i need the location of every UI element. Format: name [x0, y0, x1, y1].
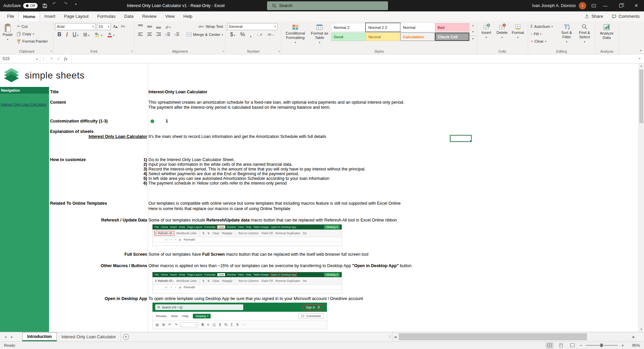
insert-function-icon[interactable]: fx: [64, 56, 67, 61]
tab-scroll-right-icon[interactable]: ▸: [11, 335, 13, 339]
fill-button[interactable]: Fill: [529, 31, 558, 37]
decrease-indent-icon[interactable]: [164, 31, 171, 38]
style-normal[interactable]: Normal: [400, 23, 435, 32]
font-size-select[interactable]: 10: [97, 23, 111, 30]
sheet-link-label[interactable]: Interest Only Loan Calculator: [50, 134, 147, 139]
vertical-scrollbar[interactable]: ▲ ▼: [638, 63, 644, 332]
gallery-down-icon[interactable]: [470, 29, 475, 35]
normal-view-icon[interactable]: [546, 342, 554, 349]
tab-home[interactable]: Home: [18, 11, 40, 21]
sheet-tab-introduction[interactable]: Introduction: [22, 332, 57, 341]
quick-access-chevron-icon[interactable]: [75, 1, 83, 10]
tab-insert[interactable]: Insert: [40, 11, 60, 21]
italic-button[interactable]: [65, 31, 69, 38]
fill-color-button[interactable]: [93, 31, 103, 38]
wrap-text-button[interactable]: Wrap Text: [198, 23, 224, 30]
cancel-icon[interactable]: [50, 57, 53, 61]
align-left-icon[interactable]: [137, 31, 144, 38]
format-painter-button[interactable]: Format Painter: [16, 38, 49, 45]
font-family-select[interactable]: Arial: [55, 23, 95, 30]
increase-indent-icon[interactable]: [173, 31, 180, 38]
dialog-launcher-icon[interactable]: [277, 48, 280, 53]
comments-button[interactable]: Comments: [607, 11, 644, 21]
restore-button[interactable]: [613, 0, 629, 11]
tab-file[interactable]: File: [3, 11, 18, 21]
undo-icon[interactable]: [52, 1, 60, 10]
style-normal-2-2[interactable]: Normal 2 2: [366, 23, 400, 32]
accounting-format-button[interactable]: [229, 31, 236, 38]
clear-button[interactable]: Clear: [529, 38, 558, 45]
formula-input[interactable]: [72, 54, 635, 63]
name-box[interactable]: S15: [0, 54, 40, 63]
formula-bar-handle[interactable]: [40, 54, 46, 63]
gallery-more-icon[interactable]: [470, 36, 475, 42]
number-format-select[interactable]: General: [227, 23, 277, 30]
horizontal-scrollbar[interactable]: ◀ ▶: [392, 332, 637, 341]
sort-filter-button[interactable]: AZ Sort & Filter: [558, 22, 575, 45]
sheet-area[interactable]: simple sheets Navigation Interest Only L…: [0, 63, 644, 332]
tab-review[interactable]: Review: [138, 11, 161, 21]
scroll-down-icon[interactable]: ▼: [639, 328, 644, 331]
zoom-in-icon[interactable]: +: [621, 343, 624, 348]
tab-splitter-handle[interactable]: ⁞: [387, 332, 392, 341]
zoom-slider-thumb[interactable]: [600, 344, 603, 347]
bold-button[interactable]: [56, 31, 62, 38]
insert-cells-button[interactable]: Insert: [478, 22, 494, 40]
borders-button[interactable]: [82, 31, 90, 38]
format-as-table-button[interactable]: Format as Table: [308, 22, 331, 45]
merge-center-button[interactable]: Merge & Center: [185, 31, 224, 38]
decrease-font-size-icon[interactable]: [120, 23, 126, 30]
font-color-button[interactable]: A: [106, 31, 116, 38]
ribbon-display-options-icon[interactable]: [590, 1, 598, 10]
style-calculation[interactable]: Calculation: [400, 33, 435, 41]
increase-font-size-icon[interactable]: [112, 23, 119, 30]
zoom-slider[interactable]: [586, 345, 618, 346]
analyze-data-button[interactable]: Analyze Data: [597, 22, 617, 41]
align-center-icon[interactable]: [146, 31, 153, 38]
share-button[interactable]: Share: [580, 11, 607, 21]
comma-style-icon[interactable]: [249, 31, 252, 38]
scrollbar-thumb[interactable]: [639, 69, 643, 123]
scroll-up-icon[interactable]: ▲: [639, 64, 644, 67]
style-normal-2[interactable]: Normal 2: [331, 23, 366, 32]
tab-scroll-left-icon[interactable]: ◂: [5, 335, 6, 339]
conditional-formatting-button[interactable]: Conditional Formatting: [283, 22, 308, 45]
tab-help[interactable]: Help: [179, 11, 197, 21]
copy-button[interactable]: Copy: [16, 31, 49, 37]
tab-view[interactable]: View: [161, 11, 179, 21]
sheet-tab-interest-only-loan-calculator[interactable]: Interest Only Loan Calculator: [57, 332, 121, 341]
search-box[interactable]: Search: [267, 1, 388, 10]
redo-icon[interactable]: [64, 1, 72, 10]
scrollbar-thumb[interactable]: [399, 333, 587, 340]
close-button[interactable]: ×: [629, 0, 644, 11]
find-select-button[interactable]: Find & Select: [575, 22, 594, 45]
account-button[interactable]: Ivan Joseph A. Dionisio I: [529, 2, 590, 9]
expand-formula-bar-icon[interactable]: [635, 54, 644, 63]
format-cells-button[interactable]: Format: [510, 22, 526, 40]
zoom-out-icon[interactable]: −: [580, 343, 583, 348]
scroll-left-icon[interactable]: ◀: [392, 335, 398, 339]
zoom-level[interactable]: 85%: [627, 343, 640, 347]
paste-button[interactable]: Paste: [1, 22, 14, 45]
increase-decimal-icon[interactable]: [255, 31, 263, 38]
selected-cell[interactable]: [450, 135, 472, 142]
style-neutral[interactable]: Neutral: [366, 33, 400, 41]
orientation-icon[interactable]: [164, 23, 172, 30]
decrease-decimal-icon[interactable]: [266, 31, 275, 38]
save-icon[interactable]: [41, 1, 49, 10]
autosave-toggle[interactable]: AutoSave Off: [3, 3, 38, 8]
minimize-button[interactable]: —: [598, 0, 613, 11]
tab-page-layout[interactable]: Page Layout: [60, 11, 93, 21]
gallery-up-icon[interactable]: [470, 22, 475, 29]
percent-style-icon[interactable]: [239, 31, 246, 38]
top-align-icon[interactable]: [137, 23, 144, 30]
page-layout-view-icon[interactable]: [557, 342, 565, 349]
style-bad[interactable]: Bad: [435, 23, 469, 32]
style-check-cell[interactable]: Check Cell: [435, 33, 469, 41]
align-right-icon[interactable]: [155, 31, 162, 38]
tab-formulas[interactable]: Formulas: [93, 11, 120, 21]
autosum-button[interactable]: AutoSum: [529, 23, 558, 30]
middle-align-icon[interactable]: [146, 23, 153, 30]
dialog-launcher-icon[interactable]: [50, 48, 52, 53]
dialog-launcher-icon[interactable]: [222, 48, 224, 53]
